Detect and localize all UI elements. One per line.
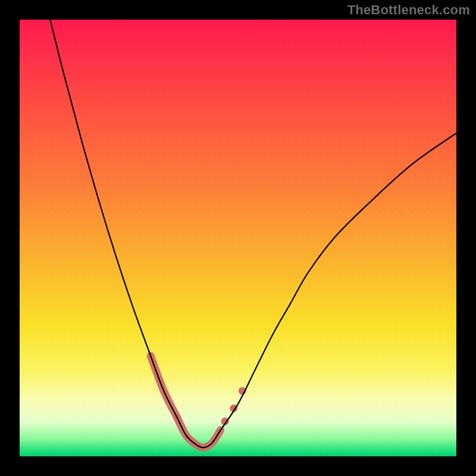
curve-layer xyxy=(20,20,456,456)
chart-container: TheBottleneck.com xyxy=(0,0,476,476)
watermark-label: TheBottleneck.com xyxy=(347,2,470,18)
bottleneck-curve xyxy=(50,20,456,447)
highlight-dots-right xyxy=(221,387,246,425)
plot-area xyxy=(20,20,456,456)
highlight-segment-bottom xyxy=(177,417,220,447)
